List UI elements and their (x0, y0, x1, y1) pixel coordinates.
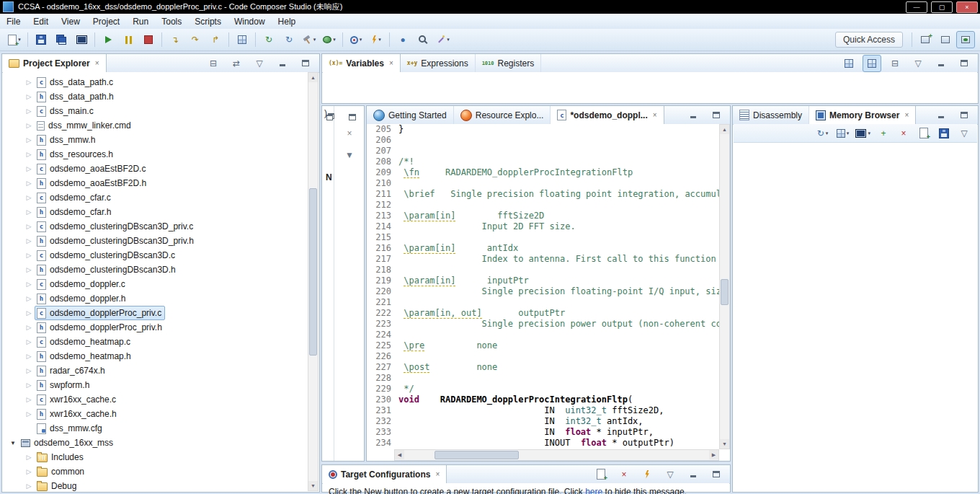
view-menu-icon[interactable]: ▽ (250, 55, 269, 72)
maximize-view-icon[interactable] (343, 108, 362, 125)
ccs-edit-perspective-icon[interactable] (936, 31, 955, 48)
collapsed-arrow-icon[interactable]: ▷ (23, 410, 35, 418)
maximize-view-icon[interactable] (296, 55, 315, 72)
refresh-icon[interactable]: ↻ (280, 31, 298, 48)
ccs-debug-perspective-icon[interactable] (956, 31, 975, 48)
scroll-up-icon[interactable]: ▲ (720, 125, 729, 134)
tree-item[interactable]: ▷dss_resources.h (3, 147, 308, 162)
memory-config-icon[interactable]: ▾ (833, 125, 852, 142)
load-memory-icon[interactable] (914, 125, 933, 142)
step-return-icon[interactable]: ↱ (206, 31, 225, 48)
breakpoint-icon[interactable]: ● (393, 31, 412, 48)
collapsed-arrow-icon[interactable]: ▷ (23, 367, 35, 374)
minimize-view-icon[interactable] (932, 55, 950, 72)
save-all-icon[interactable] (52, 31, 71, 48)
view-menu-icon[interactable]: ▽ (955, 125, 974, 142)
editor-tab-resource-explo[interactable]: Resource Explo... (454, 106, 551, 124)
add-memory-tab-icon[interactable]: + (874, 125, 893, 142)
menu-scripts[interactable]: Scripts (188, 14, 228, 29)
collapsed-arrow-icon[interactable]: ▷ (23, 324, 35, 331)
layout-icon[interactable] (863, 55, 881, 72)
collapsed-arrow-icon[interactable]: ▷ (23, 309, 35, 317)
tree-item[interactable]: ▷odsdemo_doppler.c (3, 277, 308, 291)
minimize-view-icon[interactable] (932, 107, 950, 124)
tree-item[interactable]: ▷odsdemo_clusteringDBscan3D.c (3, 248, 308, 263)
editor-hscrollbar[interactable]: ◀ ▶ (394, 449, 719, 461)
view-tab-registers[interactable]: 1010Registers (476, 54, 542, 72)
menu-tools[interactable]: Tools (155, 14, 188, 29)
tree-item[interactable]: ▷odsdemo_aoaEstBF2D.h (3, 176, 308, 190)
tree-item[interactable]: ▷radar_c674x.h (3, 363, 308, 378)
scrollbar-thumb[interactable] (309, 188, 317, 356)
collapsed-arrow-icon[interactable]: ▷ (23, 266, 35, 273)
menu-file[interactable]: File (0, 14, 27, 29)
tree-item[interactable]: ▷dss_mmw.h (3, 133, 308, 147)
collapsed-arrow-icon[interactable]: ▷ (23, 252, 35, 259)
quick-access-button[interactable]: Quick Access (835, 32, 903, 48)
collapsed-arrow-icon[interactable]: ▷ (23, 237, 35, 244)
tree-item[interactable]: ▷dss_main.c (3, 104, 308, 118)
collapsed-arrow-icon[interactable]: ▷ (23, 208, 35, 216)
collapsed-arrow-icon[interactable]: ▷ (23, 194, 35, 201)
step-into-icon[interactable]: ↴ (166, 31, 184, 48)
view-tab-memory-browser[interactable]: Memory Browser× (809, 106, 916, 124)
tree-item[interactable]: ▷dss_data_path.h (3, 89, 308, 104)
view-menu-icon[interactable]: ▼ (340, 146, 359, 164)
minimize-view-icon[interactable] (684, 466, 703, 483)
tree-item[interactable]: dss_mmw.cfg (3, 421, 308, 436)
debug-launch-icon[interactable]: ▾ (320, 31, 339, 48)
tree-item[interactable]: ▷odsdemo_cfar.h (3, 205, 308, 219)
tree-item[interactable]: ▷dss_data_path.c (3, 75, 308, 89)
collapsed-arrow-icon[interactable]: ▷ (23, 381, 35, 389)
tree-item[interactable]: ▷odsdemo_aoaEstBF2D.c (3, 162, 308, 176)
new-target-icon[interactable]: ▾ (347, 31, 365, 48)
registers-grid-icon[interactable] (233, 31, 251, 48)
menu-window[interactable]: Window (228, 14, 272, 29)
save-icon[interactable] (32, 31, 50, 48)
collapsed-arrow-icon[interactable]: ▷ (23, 93, 35, 100)
collapsed-arrow-icon[interactable]: ▷ (23, 122, 35, 129)
highlight-icon[interactable]: ▾ (434, 31, 453, 48)
menu-run[interactable]: Run (126, 14, 155, 29)
here-link[interactable]: here (585, 487, 602, 494)
scroll-right-icon[interactable]: ▶ (709, 450, 718, 459)
maximize-view-icon[interactable] (707, 466, 726, 483)
collapsed-arrow-icon[interactable]: ▷ (23, 482, 35, 490)
collapsed-arrow-icon[interactable]: ▷ (23, 180, 35, 187)
view-menu-icon[interactable]: ▽ (909, 55, 927, 72)
view-tab-disassembly[interactable]: Disassembly (733, 106, 809, 124)
resume-icon[interactable] (99, 31, 117, 48)
collapsed-arrow-icon[interactable]: ▷ (23, 79, 35, 86)
close-tab-icon[interactable]: × (653, 111, 657, 119)
editor-tab-odsdemo-doppl[interactable]: *odsdemo_doppl...× (551, 106, 664, 124)
menu-edit[interactable]: Edit (27, 14, 55, 29)
scroll-up-icon[interactable]: ▲ (308, 73, 318, 82)
delete-config-icon[interactable]: × (615, 466, 633, 483)
show-columns-icon[interactable] (839, 55, 858, 72)
flash-icon[interactable]: ▾ (367, 31, 386, 48)
code-editor[interactable]: 205}206207208/*!209 \fn RADARDEMO_dopple… (367, 124, 719, 449)
screen-config-icon[interactable]: ▾ (853, 125, 873, 142)
collapsed-arrow-icon[interactable]: ▷ (23, 454, 35, 461)
close-button[interactable]: × (956, 1, 978, 13)
collapsed-arrow-icon[interactable]: ▷ (23, 165, 35, 172)
tree-item[interactable]: ▼odsdemo_16xx_mss (3, 436, 308, 450)
close-tab-icon[interactable]: × (435, 470, 440, 478)
step-over-icon[interactable]: ↷ (186, 31, 205, 48)
save-memory-icon[interactable] (935, 125, 953, 142)
tree-item[interactable]: ▷odsdemo_heatmap.c (3, 335, 308, 349)
link-with-editor-icon[interactable]: ⇄ (227, 55, 246, 72)
restart-icon[interactable]: ↻ (259, 31, 278, 48)
view-tab-expressions[interactable]: x+yExpressions (401, 54, 476, 72)
maximize-view-icon[interactable] (955, 55, 974, 72)
minimize-view-icon[interactable] (684, 107, 703, 124)
tree-item[interactable]: ▷odsdemo_heatmap.h (3, 349, 308, 363)
collapsed-arrow-icon[interactable]: ▷ (23, 396, 35, 403)
collapsed-arrow-icon[interactable]: ▷ (23, 281, 35, 288)
editor-vscrollbar[interactable]: ▲ ▼ (719, 124, 730, 449)
maximize-view-icon[interactable] (955, 107, 974, 124)
remove-all-icon[interactable]: × (340, 125, 359, 142)
tree-item[interactable]: ▷Includes (3, 450, 308, 464)
tree-item[interactable]: ▷odsdemo_cfar.c (3, 190, 308, 205)
menu-project[interactable]: Project (86, 14, 126, 29)
